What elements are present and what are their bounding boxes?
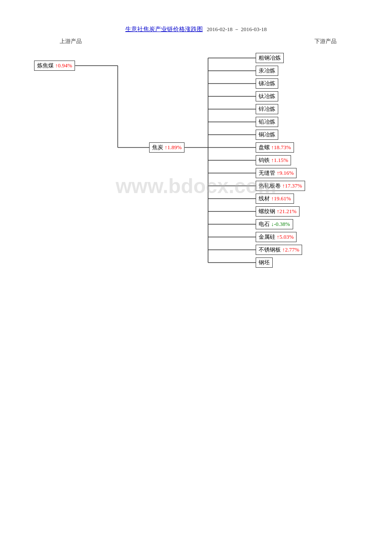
downstream-14-label: 金属硅 (259, 234, 275, 240)
upstream-node[interactable]: 炼焦煤 ↑0.94% (34, 61, 75, 71)
downstream-10-node[interactable]: 热轧板卷 ↑17.37% (256, 181, 305, 191)
downstream-15-change: ↑2.77% (281, 246, 299, 253)
downstream-7-node[interactable]: 盘螺 ↑18.73% (256, 142, 294, 153)
downstream-15-node[interactable]: 不锈钢板 ↑2.77% (256, 245, 302, 255)
upstream-header: 上游产品 (60, 38, 82, 45)
title-area: 生意社焦炭产业链价格涨跌图 2016-02-18 － 2016-03-18 (0, 26, 392, 33)
downstream-9-change: ↑9.16% (275, 170, 294, 176)
downstream-8-box: 钨铁 ↑1.15% (256, 155, 291, 165)
downstream-10-change: ↑17.37% (281, 182, 302, 189)
upstream-box: 炼焦煤 ↑0.94% (34, 61, 75, 71)
downstream-14-change: ↑5.03% (275, 234, 294, 240)
center-label: 焦炭 (152, 144, 163, 150)
downstream-5-box: 铅冶炼 (256, 117, 278, 127)
diagram: www.bdocx.com 炼焦煤 ↑0.94%焦炭 ↑1.89%粗钢冶炼汞冶炼… (34, 49, 358, 313)
downstream-5-label: 铅冶炼 (259, 119, 275, 125)
downstream-9-box: 无缝管 ↑9.16% (256, 168, 297, 178)
downstream-16-node[interactable]: 钢坯 (256, 257, 273, 268)
downstream-14-box: 金属硅 ↑5.03% (256, 232, 297, 242)
downstream-16-label: 钢坯 (259, 259, 270, 266)
center-change: ↑1.89% (163, 144, 182, 150)
center-box: 焦炭 ↑1.89% (149, 142, 184, 153)
center-node[interactable]: 焦炭 ↑1.89% (149, 142, 184, 153)
downstream-6-label: 铜冶炼 (259, 131, 275, 138)
downstream-13-label: 电石 (259, 221, 270, 227)
downstream-8-change: ↑1.15% (270, 157, 288, 163)
downstream-12-change: ↑21.21% (275, 208, 297, 214)
downstream-6-box: 铜冶炼 (256, 130, 278, 140)
downstream-4-box: 锌冶炼 (256, 104, 278, 114)
downstream-15-box: 不锈钢板 ↑2.77% (256, 245, 302, 255)
downstream-0-label: 粗钢冶炼 (259, 55, 281, 61)
downstream-2-label: 锑冶炼 (259, 80, 275, 87)
downstream-8-label: 钨铁 (259, 157, 270, 163)
downstream-5-node[interactable]: 铅冶炼 (256, 117, 278, 127)
downstream-12-node[interactable]: 螺纹钢 ↑21.21% (256, 206, 300, 217)
downstream-6-node[interactable]: 铜冶炼 (256, 130, 278, 140)
downstream-2-node[interactable]: 锑冶炼 (256, 78, 278, 89)
downstream-4-label: 锌冶炼 (259, 106, 275, 112)
downstream-3-node[interactable]: 钛冶炼 (256, 91, 278, 101)
downstream-11-node[interactable]: 线材 ↑19.61% (256, 194, 294, 204)
downstream-13-node[interactable]: 电石 ↓-0.38% (256, 219, 293, 229)
downstream-13-change: ↓-0.38% (270, 221, 290, 227)
downstream-12-box: 螺纹钢 ↑21.21% (256, 206, 300, 217)
watermark: www.bdocx.com (116, 174, 277, 198)
downstream-15-label: 不锈钢板 (259, 246, 281, 253)
downstream-14-node[interactable]: 金属硅 ↑5.03% (256, 232, 297, 242)
downstream-7-label: 盘螺 (259, 144, 270, 150)
downstream-7-box: 盘螺 ↑18.73% (256, 142, 294, 153)
downstream-10-label: 热轧板卷 (259, 182, 281, 189)
downstream-11-label: 线材 (259, 195, 270, 202)
downstream-1-node[interactable]: 汞冶炼 (256, 66, 278, 76)
downstream-13-box: 电石 ↓-0.38% (256, 219, 293, 229)
downstream-16-box: 钢坯 (256, 257, 273, 268)
downstream-9-label: 无缝管 (259, 170, 275, 176)
downstream-4-node[interactable]: 锌冶炼 (256, 104, 278, 114)
downstream-3-label: 钛冶炼 (259, 93, 275, 99)
upstream-label: 炼焦煤 (37, 62, 54, 69)
upstream-change: ↑0.94% (54, 62, 72, 69)
downstream-11-box: 线材 ↑19.61% (256, 194, 294, 204)
downstream-0-node[interactable]: 粗钢冶炼 (256, 53, 284, 63)
chart-date-range: 2016-02-18 － 2016-03-18 (207, 26, 267, 32)
downstream-2-box: 锑冶炼 (256, 78, 278, 89)
chart-container: 生意社焦炭产业链价格涨跌图 2016-02-18 － 2016-03-18 上游… (0, 0, 392, 330)
column-headers: 上游产品 下游产品 (0, 38, 392, 45)
downstream-12-label: 螺纹钢 (259, 208, 275, 214)
downstream-3-box: 钛冶炼 (256, 91, 278, 101)
downstream-11-change: ↑19.61% (270, 195, 291, 202)
diagram-lines (34, 49, 358, 313)
downstream-8-node[interactable]: 钨铁 ↑1.15% (256, 155, 291, 165)
downstream-0-box: 粗钢冶炼 (256, 53, 284, 63)
downstream-10-box: 热轧板卷 ↑17.37% (256, 181, 305, 191)
downstream-1-label: 汞冶炼 (259, 67, 275, 74)
downstream-9-node[interactable]: 无缝管 ↑9.16% (256, 168, 297, 178)
downstream-1-box: 汞冶炼 (256, 66, 278, 76)
chart-title-link[interactable]: 生意社焦炭产业链价格涨跌图 (125, 26, 203, 32)
downstream-7-change: ↑18.73% (270, 144, 291, 150)
downstream-header: 下游产品 (314, 38, 337, 45)
